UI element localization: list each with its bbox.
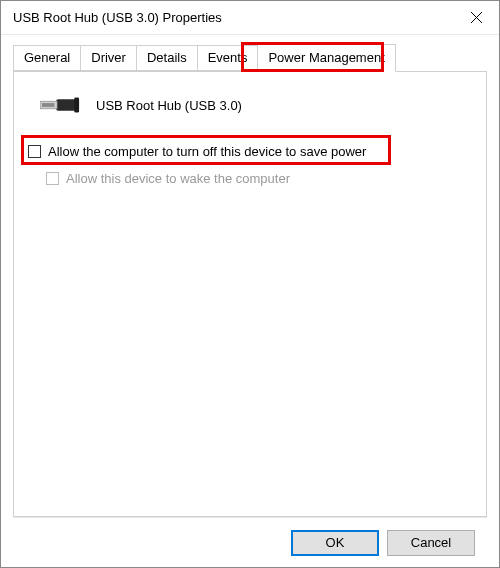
dialog-button-row: OK Cancel: [13, 517, 487, 567]
usb-connector-icon: [40, 94, 80, 116]
cancel-button[interactable]: Cancel: [387, 530, 475, 556]
tab-general[interactable]: General: [13, 45, 81, 71]
close-button[interactable]: [453, 1, 499, 35]
label-allow-wake: Allow this device to wake the computer: [66, 171, 290, 186]
dialog-content: General Driver Details Events Power Mana…: [1, 35, 499, 567]
device-header: USB Root Hub (USB 3.0): [28, 88, 472, 142]
ok-button[interactable]: OK: [291, 530, 379, 556]
svg-rect-5: [74, 97, 79, 112]
titlebar: USB Root Hub (USB 3.0) Properties: [1, 1, 499, 35]
tab-panel-power-management: USB Root Hub (USB 3.0) Allow the compute…: [13, 71, 487, 517]
tab-driver[interactable]: Driver: [80, 45, 137, 71]
checkbox-allow-wake: [46, 172, 59, 185]
tab-events[interactable]: Events: [197, 45, 259, 71]
svg-rect-4: [42, 103, 54, 107]
tab-details[interactable]: Details: [136, 45, 198, 71]
checkbox-allow-turnoff[interactable]: [28, 145, 41, 158]
window-title: USB Root Hub (USB 3.0) Properties: [13, 10, 453, 25]
close-icon: [471, 12, 482, 23]
tab-power-management[interactable]: Power Management: [257, 44, 395, 72]
option-row-turnoff: Allow the computer to turn off this devi…: [28, 142, 472, 161]
option-row-wake: Allow this device to wake the computer: [28, 169, 472, 188]
tab-strip: General Driver Details Events Power Mana…: [13, 45, 487, 71]
label-allow-turnoff: Allow the computer to turn off this devi…: [48, 144, 366, 159]
device-name: USB Root Hub (USB 3.0): [96, 98, 242, 113]
properties-dialog: USB Root Hub (USB 3.0) Properties Genera…: [0, 0, 500, 568]
